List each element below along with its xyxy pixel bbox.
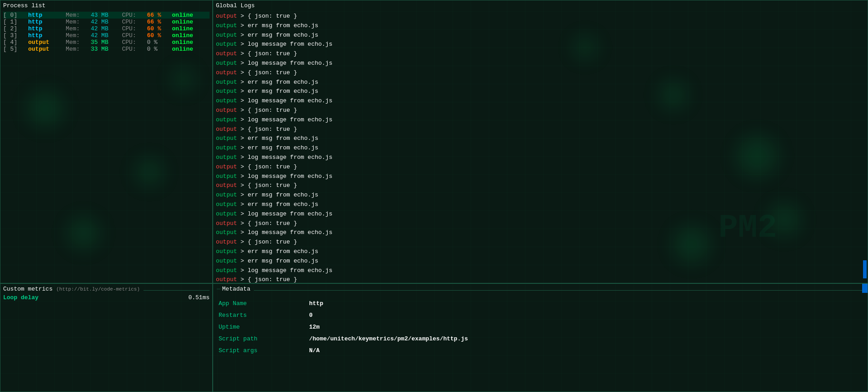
log-arrow: > — [237, 173, 248, 180]
global-logs-title: Global Logs — [216, 2, 865, 9]
process-id: [ 4] — [3, 39, 28, 46]
log-arrow: > — [237, 60, 248, 67]
log-line: output > { json: true } — [216, 125, 865, 134]
log-line: output > { json: true } — [216, 275, 865, 283]
log-message: err msg from echo.js — [248, 135, 318, 142]
log-source: output — [216, 69, 237, 76]
process-id: [ 0] — [3, 12, 28, 19]
log-source: output — [216, 258, 237, 264]
log-arrow: > — [237, 276, 248, 283]
metadata-key: Script args — [217, 345, 307, 357]
log-arrow: > — [237, 50, 248, 57]
process-row[interactable]: [ 3]httpMem:42 MBCPU:60 %online — [3, 32, 210, 39]
metadata-key: Script path — [217, 333, 307, 345]
log-source: output — [216, 107, 237, 114]
log-source: output — [216, 116, 237, 123]
process-row[interactable]: [ 4]outputMem:35 MBCPU:0 %online — [3, 39, 210, 46]
log-line: output > err msg from echo.js — [216, 87, 865, 96]
log-arrow: > — [237, 126, 248, 133]
metric-row: Loop delay0.51ms — [3, 294, 210, 301]
log-line: output > err msg from echo.js — [216, 21, 865, 31]
metadata-value: N/A — [307, 345, 864, 357]
log-source: output — [216, 79, 237, 86]
log-arrow: > — [237, 220, 248, 227]
process-status: online — [172, 25, 210, 32]
process-status: online — [172, 39, 210, 46]
global-logs-panel: Global Logs output > { json: true }outpu… — [213, 0, 868, 283]
mem-label: Mem: — [66, 39, 91, 46]
log-message: { json: true } — [248, 126, 297, 133]
process-list-panel: Process list [ 0]httpMem:43 MBCPU:66 %on… — [0, 0, 213, 283]
process-name: output — [28, 39, 66, 46]
cpu-value: 60 % — [147, 32, 172, 39]
log-line: output > { json: true } — [216, 238, 865, 247]
log-line: output > err msg from echo.js — [216, 257, 865, 266]
log-line: output > log message from echo.js — [216, 59, 865, 68]
log-arrow: > — [237, 201, 248, 208]
process-row[interactable]: [ 5]outputMem:33 MBCPU:0 %online — [3, 46, 210, 53]
log-arrow: > — [237, 248, 248, 255]
log-message: log message from echo.js — [248, 154, 332, 161]
process-name: output — [28, 46, 66, 53]
log-arrow: > — [237, 154, 248, 161]
mem-label: Mem: — [66, 46, 91, 53]
log-message: { json: true } — [248, 13, 297, 19]
process-name: http — [28, 19, 66, 25]
metadata-value: 12m — [307, 321, 864, 333]
cpu-value: 66 % — [147, 19, 172, 25]
log-message: err msg from echo.js — [248, 22, 318, 29]
log-line: output > err msg from echo.js — [216, 31, 865, 40]
log-arrow: > — [237, 163, 248, 170]
log-source: output — [216, 13, 237, 19]
log-arrow: > — [237, 135, 248, 142]
custom-metrics-panel: Custom metrics (http://bit.ly/code-metri… — [0, 283, 213, 392]
log-arrow: > — [237, 182, 248, 189]
mem-label: Mem: — [66, 25, 91, 32]
process-row[interactable]: [ 0]httpMem:43 MBCPU:66 %online — [3, 12, 210, 19]
process-row[interactable]: [ 2]httpMem:42 MBCPU:60 %online — [3, 25, 210, 32]
log-arrow: > — [237, 32, 248, 38]
log-arrow: > — [237, 210, 248, 217]
scrollbar-indicator[interactable] — [863, 260, 867, 278]
log-arrow: > — [237, 97, 248, 104]
mem-value: 43 MB — [91, 12, 122, 19]
log-source: output — [216, 239, 237, 245]
cpu-value: 0 % — [147, 39, 172, 46]
cpu-label: CPU: — [122, 32, 147, 39]
log-source: output — [216, 50, 237, 57]
log-message: log message from echo.js — [248, 41, 332, 48]
log-line: output > log message from echo.js — [216, 172, 865, 182]
log-message: err msg from echo.js — [248, 258, 318, 264]
log-arrow: > — [237, 258, 248, 264]
log-line: output > err msg from echo.js — [216, 191, 865, 200]
mem-value: 35 MB — [91, 39, 122, 46]
log-container: output > { json: true }output > err msg … — [216, 12, 865, 283]
log-message: { json: true } — [248, 276, 297, 283]
metrics-url: (http://bit.ly/code-metrics) — [56, 287, 140, 292]
process-row[interactable]: [ 1]httpMem:42 MBCPU:66 %online — [3, 19, 210, 25]
log-line: output > log message from echo.js — [216, 96, 865, 106]
cpu-label: CPU: — [122, 19, 147, 25]
process-id: [ 2] — [3, 25, 28, 32]
log-source: output — [216, 154, 237, 161]
log-source: output — [216, 229, 237, 236]
log-line: output > { json: true } — [216, 68, 865, 78]
metadata-row: Script path/home/unitech/keymetrics/pm2/… — [217, 333, 864, 345]
main-layout: Process list [ 0]httpMem:43 MBCPU:66 %on… — [0, 0, 868, 392]
log-arrow: > — [237, 239, 248, 245]
log-line: output > { json: true } — [216, 106, 865, 115]
process-status: online — [172, 12, 210, 19]
log-message: log message from echo.js — [248, 210, 332, 217]
log-source: output — [216, 276, 237, 283]
log-source: output — [216, 144, 237, 151]
mem-value: 33 MB — [91, 46, 122, 53]
log-line: output > err msg from echo.js — [216, 200, 865, 210]
metadata-dash: — — [217, 286, 220, 292]
log-line: output > log message from echo.js — [216, 153, 865, 163]
log-line: output > log message from echo.js — [216, 266, 865, 276]
log-source: output — [216, 163, 237, 170]
log-message: { json: true } — [248, 182, 297, 189]
log-arrow: > — [237, 69, 248, 76]
cpu-label: CPU: — [122, 25, 147, 32]
metadata-key: Restarts — [217, 310, 307, 321]
